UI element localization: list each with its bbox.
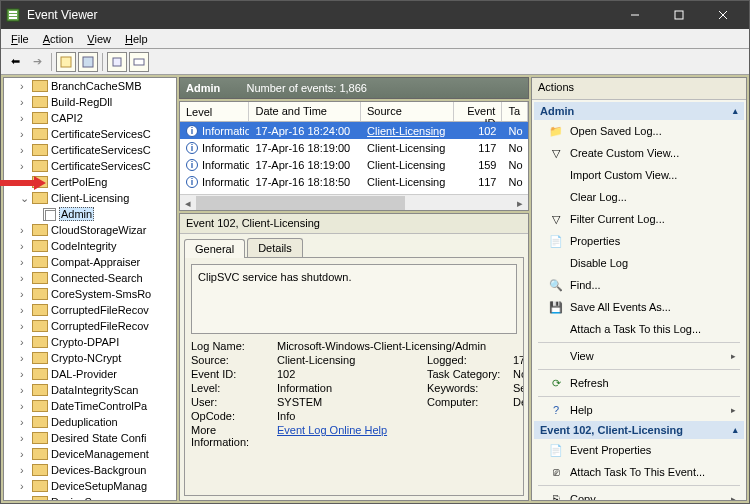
expand-icon[interactable]: › — [20, 160, 32, 172]
hscroll-right[interactable]: ▸ — [512, 195, 528, 211]
toolbar-btn-2[interactable] — [78, 52, 98, 72]
expand-icon[interactable]: › — [20, 336, 32, 348]
tab-general[interactable]: General — [184, 239, 245, 258]
tree-item[interactable]: ›CertificateServicesC — [4, 158, 176, 174]
menu-file[interactable]: File — [5, 31, 35, 47]
action-item[interactable]: 💾Save All Events As... — [534, 296, 744, 318]
col-eventid[interactable]: Event ID — [454, 102, 502, 121]
action-item[interactable]: 📄Event Properties — [534, 439, 744, 461]
actions-group-event[interactable]: Event 102, Client-Licensing▴ — [534, 421, 744, 439]
tree-item[interactable]: ›CertificateServicesC — [4, 126, 176, 142]
expand-icon[interactable]: › — [20, 480, 32, 492]
hscroll-left[interactable]: ◂ — [180, 195, 196, 211]
tree-item[interactable]: ›CAPI2 — [4, 110, 176, 126]
grid-body[interactable]: iInformation17-Apr-16 18:24:00Client-Lic… — [180, 122, 528, 194]
expand-icon[interactable]: › — [20, 448, 32, 460]
expand-icon[interactable]: › — [20, 256, 32, 268]
action-item[interactable]: ▽Create Custom View... — [534, 142, 744, 164]
grid-hscroll[interactable]: ◂ ▸ — [180, 194, 528, 210]
titlebar[interactable]: Event Viewer — [1, 1, 749, 29]
expand-icon[interactable]: › — [20, 128, 32, 140]
tree-item[interactable]: ›Desired State Confi — [4, 430, 176, 446]
expand-icon[interactable]: › — [20, 272, 32, 284]
close-button[interactable] — [701, 1, 745, 29]
col-level[interactable]: Level — [180, 102, 249, 121]
action-item[interactable]: Attach a Task To this Log... — [534, 318, 744, 340]
tree-item[interactable]: ›CoreSystem-SmsRo — [4, 286, 176, 302]
tree-item[interactable]: ›DeviceSync — [4, 494, 176, 501]
expand-icon[interactable]: › — [20, 416, 32, 428]
actions-body[interactable]: Admin▴ 📁Open Saved Log...▽Create Custom … — [532, 100, 746, 500]
expand-icon[interactable]: › — [20, 96, 32, 108]
tree-item[interactable]: ›Deduplication — [4, 414, 176, 430]
expand-icon[interactable]: › — [20, 176, 32, 188]
tab-details[interactable]: Details — [247, 238, 303, 257]
tree-item[interactable]: ›DAL-Provider — [4, 366, 176, 382]
minimize-button[interactable] — [613, 1, 657, 29]
action-help[interactable]: ?Help▸ — [534, 399, 744, 421]
tree-item[interactable]: ›CertificateServicesC — [4, 142, 176, 158]
tree-item[interactable]: ›DeviceManagement — [4, 446, 176, 462]
tree-item[interactable]: ›DataIntegrityScan — [4, 382, 176, 398]
tree-item[interactable]: ›Build-RegDll — [4, 94, 176, 110]
link-online-help[interactable]: Event Log Online Help — [277, 424, 524, 448]
tree-item[interactable]: ›DeviceSetupManag — [4, 478, 176, 494]
toolbar-btn-3[interactable] — [107, 52, 127, 72]
tree-item[interactable]: ›Crypto-DPAPI — [4, 334, 176, 350]
expand-icon[interactable]: › — [20, 432, 32, 444]
action-refresh[interactable]: ⟳Refresh — [534, 372, 744, 394]
expand-icon[interactable]: › — [20, 112, 32, 124]
expand-icon[interactable]: › — [20, 80, 32, 92]
maximize-button[interactable] — [657, 1, 701, 29]
expand-icon[interactable]: › — [20, 224, 32, 236]
grid-row[interactable]: iInformation17-Apr-16 18:24:00Client-Lic… — [180, 122, 528, 139]
tree-item[interactable]: ›Connected-Search — [4, 270, 176, 286]
action-view[interactable]: View▸ — [534, 345, 744, 367]
events-grid[interactable]: Level Date and Time Source Event ID Ta i… — [179, 101, 529, 211]
action-item[interactable]: 📄Properties — [534, 230, 744, 252]
col-task[interactable]: Ta — [502, 102, 528, 121]
expand-icon[interactable]: › — [20, 496, 32, 501]
expand-icon[interactable]: › — [20, 320, 32, 332]
hscroll-thumb[interactable] — [196, 196, 405, 210]
tree-item[interactable]: ⌄Client-Licensing — [4, 190, 176, 206]
action-copy[interactable]: ⎘Copy▸ — [534, 488, 744, 500]
grid-header[interactable]: Level Date and Time Source Event ID Ta — [180, 102, 528, 122]
action-item[interactable]: Import Custom View... — [534, 164, 744, 186]
action-item[interactable]: 📁Open Saved Log... — [534, 120, 744, 142]
expand-icon[interactable]: › — [20, 288, 32, 300]
expand-icon[interactable]: ⌄ — [20, 192, 32, 205]
action-item[interactable]: ⎚Attach Task To This Event... — [534, 461, 744, 483]
menu-view[interactable]: View — [81, 31, 117, 47]
expand-icon[interactable]: › — [20, 240, 32, 252]
tree-item[interactable]: ›CorruptedFileRecov — [4, 318, 176, 334]
tree-item[interactable]: ›BranchCacheSMB — [4, 78, 176, 94]
expand-icon[interactable]: › — [20, 304, 32, 316]
tree-panel[interactable]: ›BranchCacheSMB›Build-RegDll›CAPI2›Certi… — [3, 77, 177, 501]
back-button[interactable]: ⬅ — [5, 52, 25, 72]
tree-item[interactable]: ›CloudStorageWizar — [4, 222, 176, 238]
grid-row[interactable]: iInformation17-Apr-16 18:18:50Client-Lic… — [180, 173, 528, 190]
menu-action[interactable]: Action — [37, 31, 80, 47]
toolbar-btn-1[interactable] — [56, 52, 76, 72]
tree-item[interactable]: ›CertPolEng — [4, 174, 176, 190]
toolbar-btn-4[interactable] — [129, 52, 149, 72]
action-item[interactable]: 🔍Find... — [534, 274, 744, 296]
tree-item[interactable]: ›Compat-Appraiser — [4, 254, 176, 270]
expand-icon[interactable]: › — [20, 384, 32, 396]
menu-help[interactable]: Help — [119, 31, 154, 47]
expand-icon[interactable]: › — [20, 464, 32, 476]
expand-icon[interactable]: › — [20, 400, 32, 412]
tree-item[interactable]: ›CodeIntegrity — [4, 238, 176, 254]
expand-icon[interactable]: › — [20, 368, 32, 380]
tree-item[interactable]: Admin — [4, 206, 176, 222]
grid-row[interactable]: iInformation17-Apr-16 18:19:00Client-Lic… — [180, 156, 528, 173]
tree-item[interactable]: ›Devices-Backgroun — [4, 462, 176, 478]
action-item[interactable]: Disable Log — [534, 252, 744, 274]
tree-item[interactable]: ›CorruptedFileRecov — [4, 302, 176, 318]
actions-group-admin[interactable]: Admin▴ — [534, 102, 744, 120]
col-datetime[interactable]: Date and Time — [249, 102, 361, 121]
action-item[interactable]: ▽Filter Current Log... — [534, 208, 744, 230]
action-item[interactable]: Clear Log... — [534, 186, 744, 208]
event-message[interactable]: ClipSVC service has shutdown. — [191, 264, 517, 334]
